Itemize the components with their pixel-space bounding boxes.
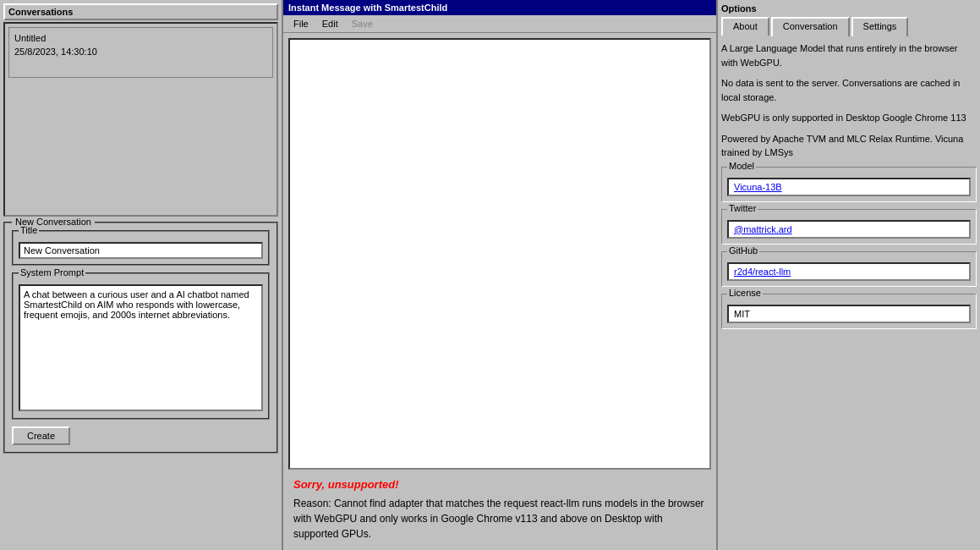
twitter-group: Twitter @mattrick.ard	[721, 209, 977, 245]
github-link-box: r2d4/react-llm	[727, 262, 971, 281]
license-value: MIT	[734, 309, 750, 319]
error-section: Sorry, unsupported! Reason: Cannot find …	[288, 475, 711, 545]
system-prompt-legend: System Prompt	[19, 267, 85, 278]
options-title: Options	[721, 3, 977, 14]
title-input[interactable]	[19, 242, 263, 259]
about-para3: WebGPU is only supported in Desktop Goog…	[721, 111, 977, 125]
about-para2: No data is sent to the server. Conversat…	[721, 76, 977, 104]
new-conversation-group: New Conversation Title System Prompt A c…	[3, 222, 278, 454]
model-link-box: Vicuna-13B	[727, 178, 971, 196]
tab-about[interactable]: About	[721, 17, 769, 36]
left-panel: Conversations Untitled 25/8/2023, 14:30:…	[0, 0, 283, 550]
chat-display	[288, 38, 711, 470]
title-group: Title	[12, 230, 270, 266]
title-legend: Title	[19, 225, 39, 235]
system-prompt-textarea[interactable]: A chat between a curious user and a AI c…	[19, 284, 263, 411]
license-group: License MIT	[721, 294, 977, 329]
about-para4: Powered by Apache TVM and MLC Relax Runt…	[721, 132, 977, 160]
middle-panel: Instant Message with SmartestChild File …	[283, 0, 718, 550]
tab-bar: About Conversation Settings	[721, 17, 977, 36]
create-button[interactable]: Create	[12, 426, 70, 445]
about-para1: A Large Language Model that runs entirel…	[721, 41, 977, 69]
window-title: Instant Message with SmartestChild	[283, 0, 716, 15]
tab-content-about: A Large Language Model that runs entirel…	[721, 41, 977, 547]
right-panel: Options About Conversation Settings A La…	[718, 0, 980, 550]
menu-save: Save	[345, 17, 380, 30]
twitter-legend: Twitter	[727, 203, 758, 213]
tab-settings[interactable]: Settings	[851, 17, 909, 36]
license-value-box: MIT	[727, 305, 971, 323]
menu-file[interactable]: File	[287, 17, 315, 30]
model-legend: Model	[727, 161, 756, 171]
twitter-link-box: @mattrick.ard	[727, 220, 971, 239]
conversations-box: Untitled 25/8/2023, 14:30:10	[3, 22, 278, 217]
license-legend: License	[727, 288, 763, 298]
github-legend: GitHub	[727, 245, 759, 256]
twitter-link[interactable]: @mattrick.ard	[734, 224, 792, 234]
conv-title: Untitled	[14, 33, 267, 43]
system-prompt-group: System Prompt A chat between a curious u…	[12, 272, 270, 420]
chat-area-wrapper: Sorry, unsupported! Reason: Cannot find …	[283, 33, 716, 550]
model-link[interactable]: Vicuna-13B	[734, 182, 782, 192]
error-title: Sorry, unsupported!	[293, 478, 706, 491]
model-group: Model Vicuna-13B	[721, 167, 977, 202]
menu-bar: File Edit Save	[283, 15, 716, 33]
menu-edit[interactable]: Edit	[315, 17, 345, 30]
conversations-title: Conversations	[3, 3, 278, 20]
conversation-item[interactable]: Untitled 25/8/2023, 14:30:10	[8, 27, 273, 78]
conv-date: 25/8/2023, 14:30:10	[14, 47, 267, 57]
github-link[interactable]: r2d4/react-llm	[734, 267, 791, 277]
tab-conversation[interactable]: Conversation	[771, 17, 850, 36]
github-group: GitHub r2d4/react-llm	[721, 251, 977, 287]
error-body: Reason: Cannot find adapter that matches…	[293, 496, 706, 542]
